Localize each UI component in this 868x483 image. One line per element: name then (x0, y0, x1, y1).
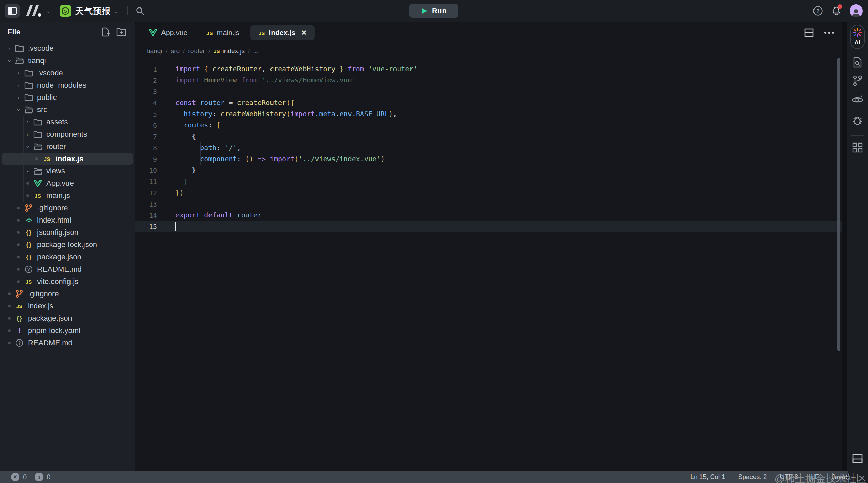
tree-item-label: src (37, 105, 47, 114)
ai-sparkle-icon (853, 28, 862, 37)
tree-file--gitignore[interactable]: .gitignore (0, 288, 135, 300)
watermark: @稀土掘金技术社区 (775, 472, 867, 483)
tree-file-index-js[interactable]: JSindex.js (0, 153, 135, 165)
tree-file-vite-config-js[interactable]: JSvite.config.js (0, 275, 135, 288)
search-button[interactable] (136, 6, 144, 15)
breadcrumb-item--[interactable]: ... (253, 47, 259, 55)
code-line-2[interactable]: 2import HomeView from '../views/HomeView… (135, 75, 842, 86)
new-file-icon[interactable] (101, 27, 110, 37)
tree-folder-assets[interactable]: ›assets (0, 116, 135, 128)
avatar[interactable] (850, 4, 863, 17)
code-line-14[interactable]: 14export default router (135, 210, 842, 221)
line-number: 8 (135, 144, 157, 152)
sidebar-toggle-button[interactable] (5, 4, 20, 18)
new-folder-icon[interactable] (116, 27, 126, 37)
file-search-button[interactable] (850, 56, 865, 69)
line-number: 2 (135, 76, 157, 85)
code-line-11[interactable]: 11 ] (135, 176, 842, 187)
split-editor-icon[interactable] (804, 28, 814, 37)
yaml-file-icon: ! (14, 326, 25, 335)
code-line-1[interactable]: 1import { createRouter, createWebHistory… (135, 63, 842, 75)
tree-file-readme-md[interactable]: ?README.md (0, 263, 135, 275)
ai-assistant-button[interactable]: AI (850, 25, 865, 49)
file-status-dot (23, 182, 32, 185)
code-line-7[interactable]: 7 { (135, 131, 842, 142)
line-number: 1 (135, 65, 157, 73)
top-bar-right: ? (813, 0, 868, 22)
debug-button[interactable] (850, 114, 865, 127)
tree-folder-src[interactable]: ⌄src (0, 104, 135, 116)
tree-file-pnpm-lock-yaml[interactable]: !pnpm-lock.yaml (0, 324, 135, 337)
warnings-icon[interactable]: ! (35, 473, 43, 481)
tab-index-js[interactable]: JSindex.js✕ (250, 25, 315, 40)
line-number: 4 (135, 99, 157, 107)
breadcrumb-item-tianqi[interactable]: tianqi (147, 47, 162, 55)
breadcrumb-separator: / (183, 47, 185, 55)
tree-file-package-json[interactable]: { }package.json (0, 312, 135, 324)
tree-file-index-js[interactable]: JSindex.js (0, 300, 135, 312)
line-number: 7 (135, 133, 157, 141)
code-line-text: }) (175, 187, 184, 198)
chevron-down-icon: ⌄ (5, 56, 14, 63)
tree-folder-tianqi[interactable]: ⌄tianqi (0, 55, 135, 67)
project-title: 天气预报 (75, 5, 111, 17)
tab-label: index.js (269, 29, 295, 37)
project-switcher[interactable]: S 天气预报 ⌄ (60, 5, 119, 17)
notifications-button[interactable] (831, 6, 841, 16)
tree-folder-components[interactable]: ›components (0, 128, 135, 140)
breadcrumb-item-router[interactable]: router (188, 47, 205, 55)
tree-item-label: views (46, 167, 65, 176)
tab-app-vue[interactable]: App.vue (141, 25, 196, 40)
tree-file-jsconfig-json[interactable]: { }jsconfig.json (0, 226, 135, 239)
help-icon[interactable]: ? (813, 6, 823, 16)
code-editor[interactable]: 1import { createRouter, createWebHistory… (135, 59, 842, 471)
code-line-15[interactable]: 15 (135, 221, 842, 232)
code-line-8[interactable]: 8 path: '/', (135, 142, 842, 153)
person-icon (851, 9, 861, 17)
status-item-indentation[interactable]: Spaces: 2 (738, 473, 767, 481)
tree-file-index-html[interactable]: <>index.html (0, 214, 135, 226)
code-line-10[interactable]: 10 } (135, 165, 842, 176)
errors-icon[interactable]: ✕ (11, 473, 19, 481)
tree-folder-router[interactable]: ⌄router (0, 140, 135, 153)
tree-folder-node-modules[interactable]: ›node_modules (0, 79, 135, 91)
breadcrumb-item-src[interactable]: src (171, 47, 180, 55)
code-line-6[interactable]: 6 routes: [ (135, 120, 842, 131)
tree-folder-public[interactable]: ›public (0, 91, 135, 104)
run-button[interactable]: Run (409, 4, 458, 18)
code-line-9[interactable]: 9 component: () => import('../views/inde… (135, 153, 842, 165)
play-icon (421, 7, 428, 15)
close-icon[interactable]: ✕ (301, 29, 307, 37)
preview-button[interactable] (850, 93, 865, 107)
tab-main-js[interactable]: JSmain.js (198, 25, 248, 40)
tree-file--gitignore[interactable]: .gitignore (0, 202, 135, 214)
code-line-13[interactable]: 13 (135, 198, 842, 210)
code-line-5[interactable]: 5 history: createWebHistory(import.meta.… (135, 108, 842, 120)
app-logo[interactable]: ⌄ (25, 5, 51, 17)
line-number: 10 (135, 166, 157, 175)
tree-file-app-vue[interactable]: App.vue (0, 177, 135, 190)
code-line-text: import HomeView from '../views/HomeView.… (175, 75, 356, 86)
tree-file-package-json[interactable]: { }package.json (0, 251, 135, 263)
tree-file-readme-md[interactable]: ?README.md (0, 337, 135, 349)
tree-file-main-js[interactable]: JSmain.js (0, 190, 135, 202)
code-line-12[interactable]: 12}) (135, 187, 842, 198)
tree-folder--vscode[interactable]: ›.vscode (0, 67, 135, 79)
tree-item-label: main.js (46, 191, 70, 200)
more-actions-icon[interactable] (824, 31, 834, 34)
tree-file-package-lock-json[interactable]: { }package-lock.json (0, 239, 135, 251)
folder-icon (23, 94, 34, 101)
source-control-button[interactable] (850, 74, 865, 88)
code-line-3[interactable]: 3 (135, 86, 842, 97)
code-line-4[interactable]: 4const router = createRouter({ (135, 97, 842, 108)
extensions-button[interactable] (850, 141, 865, 154)
tree-folder-views[interactable]: ⌄views (0, 165, 135, 177)
breadcrumb-separator: / (208, 47, 210, 55)
right-activity-bar: AI (847, 22, 868, 471)
status-item-cursor-position[interactable]: Ln 15, Col 1 (690, 473, 725, 481)
breadcrumb-item-index-js[interactable]: JSindex.js (214, 47, 245, 55)
eye-icon (852, 95, 863, 104)
tree-folder--vscode[interactable]: ›.vscode (0, 42, 135, 55)
warnings-count: 0 (47, 473, 50, 481)
editor-scrollbar[interactable] (837, 58, 840, 351)
